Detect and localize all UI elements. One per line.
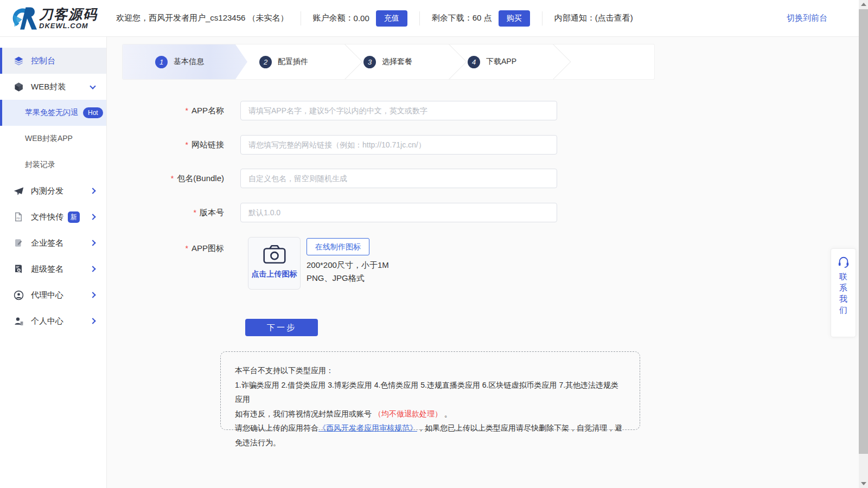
clipboard-pen-icon: [13, 237, 24, 248]
website-url-input[interactable]: [240, 135, 557, 155]
scrollbar-thumb[interactable]: [859, 9, 868, 454]
step-choose-package: 3 选择套餐: [331, 44, 435, 79]
step-number: 1: [155, 56, 168, 68]
new-badge: 新: [68, 211, 80, 223]
balance-value: 0.00: [354, 14, 369, 23]
balance-label: 账户余额：: [313, 13, 354, 23]
dkewl-logo-icon: [10, 5, 38, 31]
chevron-right-icon: [90, 318, 95, 324]
header-divider: [301, 11, 301, 25]
step-label: 选择套餐: [382, 57, 412, 67]
app-name-input[interactable]: [240, 101, 557, 120]
svg-text:zip: zip: [16, 216, 20, 220]
chevron-right-icon: [90, 188, 95, 194]
review-spec-link[interactable]: 《西风开发者应用审核规范》: [318, 423, 417, 432]
sidebar-subitem-packaging-records[interactable]: 封装记录: [0, 152, 106, 178]
welcome-text: 欢迎您，西风开发者用户_cs123456 （未实名）: [116, 13, 289, 23]
site-logo[interactable]: 刀客源码 DKEWL.COM: [10, 5, 108, 31]
sidebar-subitem-apple-nosign[interactable]: 苹果免签无闪退 Hot: [0, 100, 106, 126]
header-divider: [419, 11, 420, 25]
sidebar-item-personal-center[interactable]: 个人中心: [0, 308, 106, 334]
buy-button[interactable]: 购买: [499, 10, 530, 27]
recharge-button[interactable]: 充值: [376, 10, 407, 27]
app-icon-label: *APP图标: [107, 239, 224, 258]
sidebar-item-label: 控制台: [31, 56, 55, 66]
icon-format-hint: PNG、JPG格式: [307, 273, 365, 284]
sidebar-item-agent-center[interactable]: 代理中心: [0, 282, 106, 308]
step-label: 配置插件: [278, 57, 308, 67]
scroll-up-arrow[interactable]: [861, 3, 866, 6]
notice-line-3: 如有违反，我们将视情况封禁应用或账号 （均不做退款处理） 。: [235, 407, 626, 421]
sidebar-item-file-transfer[interactable]: zip 文件快传 新: [0, 204, 106, 230]
chevron-right-icon: [90, 266, 95, 272]
sidebar-item-enterprise-signing[interactable]: 企业签名: [0, 230, 106, 256]
contact-us-panel[interactable]: 联 系 我 们: [831, 248, 856, 337]
step-download-app: 4 下载APP: [435, 44, 539, 79]
internal-notice-label: 内部通知：: [554, 13, 595, 23]
sidebar-item-label: 企业签名: [31, 238, 63, 248]
sidebar-item-label: 文件快传: [31, 212, 63, 222]
layers-icon: [13, 55, 24, 66]
sidebar-item-beta-distribution[interactable]: 内测分发: [0, 178, 106, 204]
downloads-label: 剩余下载：: [432, 13, 473, 23]
switch-to-front-link[interactable]: 切换到前台: [787, 13, 827, 23]
sidebar-item-label: 内测分发: [31, 186, 63, 196]
sidebar-item-label: 超级签名: [31, 264, 63, 274]
notice-line-2: 1.诈骗类应用 2.借贷类应用 3.博彩类应用 4.色情类应用 5.违规直播类应…: [235, 378, 626, 407]
chevron-right-icon: [90, 240, 95, 246]
chevron-right-icon: [90, 292, 95, 298]
main-content: 1 基本信息 2 配置插件 3 选择套餐 4 下载APP *APP名称: [107, 37, 859, 488]
headset-icon: [838, 256, 850, 268]
policy-notice-box: 本平台不支持以下类型应用： 1.诈骗类应用 2.借贷类应用 3.博彩类应用 4.…: [220, 351, 640, 430]
sidebar-item-web-packaging[interactable]: WEB封装: [0, 74, 106, 100]
upload-icon-text: 点击上传图标: [248, 269, 300, 279]
sidebar-item-label: 封装记录: [25, 160, 55, 170]
header-divider: [542, 11, 542, 25]
sidebar-nav: 控制台 WEB封装 苹果免签无闪退 Hot WEB封装APP 封装记录 内测分发: [0, 37, 107, 488]
sidebar-item-label: 个人中心: [31, 316, 63, 326]
bundle-name-label: *包名(Bundle): [107, 169, 224, 188]
website-url-label: *网站链接: [107, 135, 224, 155]
file-icon: zip: [13, 211, 24, 222]
sidebar-item-console[interactable]: 控制台: [0, 48, 106, 74]
cube-icon: [13, 81, 24, 92]
next-step-button[interactable]: 下一步: [245, 319, 318, 336]
step-label: 下载APP: [486, 57, 516, 67]
make-icon-online-button[interactable]: 在线制作图标: [307, 238, 369, 255]
notice-line-1: 本平台不支持以下类型应用：: [235, 363, 626, 378]
chevron-down-icon: [90, 83, 95, 89]
page-scrollbar[interactable]: [859, 0, 868, 488]
step-basic-info: 1 基本信息: [123, 44, 227, 79]
agent-circle-icon: [13, 290, 24, 300]
no-refund-warning: （均不做退款处理）: [374, 409, 442, 418]
step-number: 2: [259, 56, 272, 68]
notice-line-4: 请您确认上传的应用符合《西风开发者应用审核规范》，如果您已上传以上类型应用请尽快…: [235, 421, 626, 450]
app-packaging-page: 刀客源码 DKEWL.COM 欢迎您，西风开发者用户_cs123456 （未实名…: [0, 0, 868, 488]
sidebar-item-label: 代理中心: [31, 290, 63, 300]
sidebar-subitem-web-pack-app[interactable]: WEB封装APP: [0, 126, 106, 152]
user-icon: [13, 316, 24, 326]
sidebar-item-label: WEB封装APP: [25, 134, 73, 144]
certificate-icon: [13, 264, 24, 274]
icon-upload-dropzone[interactable]: 点击上传图标: [248, 237, 301, 290]
top-header: 刀客源码 DKEWL.COM 欢迎您，西风开发者用户_cs123456 （未实名…: [0, 0, 859, 37]
step-wizard: 1 基本信息 2 配置插件 3 选择套餐 4 下载APP: [122, 44, 655, 80]
logo-subtitle: DKEWL.COM: [39, 22, 98, 29]
internal-notice-link[interactable]: (点击查看): [595, 13, 633, 23]
version-input[interactable]: [240, 203, 557, 222]
chevron-right-icon: [90, 214, 95, 220]
sidebar-item-super-signing[interactable]: 超级签名: [0, 256, 106, 282]
step-label: 基本信息: [174, 57, 204, 67]
scroll-down-arrow[interactable]: [861, 482, 866, 485]
logo-title: 刀客源码: [39, 8, 98, 21]
icon-size-hint: 200*200尺寸，小于1M: [307, 260, 389, 271]
hot-badge: Hot: [83, 107, 103, 118]
paper-plane-icon: [13, 185, 24, 196]
app-name-label: *APP名称: [107, 101, 224, 120]
step-number: 4: [468, 56, 480, 68]
step-number: 3: [363, 56, 376, 68]
step-configure-plugins: 2 配置插件: [227, 44, 331, 79]
bundle-name-input[interactable]: [240, 169, 557, 188]
sidebar-item-label: WEB封装: [31, 82, 66, 92]
sidebar-item-label: 苹果免签无闪退: [25, 108, 78, 118]
